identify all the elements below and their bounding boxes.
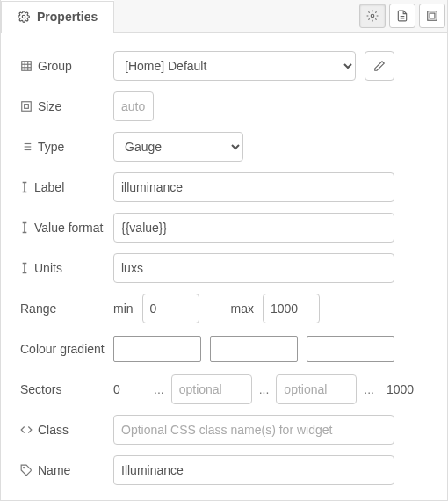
cursor-icon xyxy=(20,221,29,234)
label-sectors: Sectors xyxy=(20,382,113,396)
tab-properties[interactable]: Properties xyxy=(1,1,114,33)
sectors-start: 0 xyxy=(113,382,131,396)
sectors-end: 1000 xyxy=(387,382,414,396)
svg-rect-4 xyxy=(428,11,437,21)
tabbar-spacer xyxy=(114,0,447,33)
layout-icon xyxy=(426,10,438,22)
class-input[interactable] xyxy=(113,415,394,445)
label-units: Units xyxy=(20,261,113,275)
size-icon xyxy=(20,100,33,113)
label-size: Size xyxy=(20,99,113,113)
grid-icon xyxy=(20,60,33,72)
label-type: Type xyxy=(20,140,113,154)
tab-title: Properties xyxy=(37,10,98,24)
code-icon xyxy=(20,424,33,436)
svg-point-1 xyxy=(371,14,374,18)
gear-icon xyxy=(366,10,379,22)
range-min-input[interactable] xyxy=(142,294,199,323)
toolbar-layout-button[interactable] xyxy=(419,4,445,28)
group-select[interactable]: [Home] Default xyxy=(113,51,356,81)
svg-rect-6 xyxy=(22,62,32,71)
range-max-input[interactable] xyxy=(263,294,320,323)
sector-1-input[interactable] xyxy=(171,374,252,404)
pencil-icon xyxy=(373,60,386,72)
svg-point-0 xyxy=(22,15,25,18)
type-select[interactable]: Gauge xyxy=(113,132,243,162)
label-class: Class xyxy=(20,423,113,437)
list-icon xyxy=(20,141,33,153)
units-input[interactable] xyxy=(113,253,394,283)
gradient-color-3[interactable] xyxy=(307,336,394,362)
svg-rect-11 xyxy=(22,102,32,112)
toolbar-doc-button[interactable] xyxy=(389,4,415,28)
edit-group-button[interactable] xyxy=(365,51,394,81)
gradient-color-2[interactable] xyxy=(210,336,298,362)
gear-icon xyxy=(18,11,30,23)
cursor-icon xyxy=(20,262,29,274)
cursor-icon xyxy=(20,181,29,193)
svg-rect-5 xyxy=(430,13,435,18)
file-icon xyxy=(396,10,408,22)
label-value-format: Value format xyxy=(20,221,113,235)
size-input[interactable] xyxy=(113,91,154,121)
range-max-label: max xyxy=(231,301,254,316)
value-format-input[interactable] xyxy=(113,213,394,243)
label-label: Label xyxy=(20,180,113,194)
tag-icon xyxy=(20,464,33,476)
label-range: Range xyxy=(20,301,113,316)
svg-point-19 xyxy=(24,468,25,468)
label-gradient: Colour gradient xyxy=(20,342,113,356)
sector-2-input[interactable] xyxy=(276,374,357,404)
toolbar-settings-button[interactable] xyxy=(359,4,386,28)
gradient-color-1[interactable] xyxy=(113,336,201,362)
name-input[interactable] xyxy=(113,455,394,485)
label-name: Name xyxy=(20,463,113,477)
label-input[interactable] xyxy=(113,172,394,202)
svg-rect-12 xyxy=(25,105,29,109)
label-group: Group xyxy=(20,59,113,73)
range-min-label: min xyxy=(113,301,134,316)
